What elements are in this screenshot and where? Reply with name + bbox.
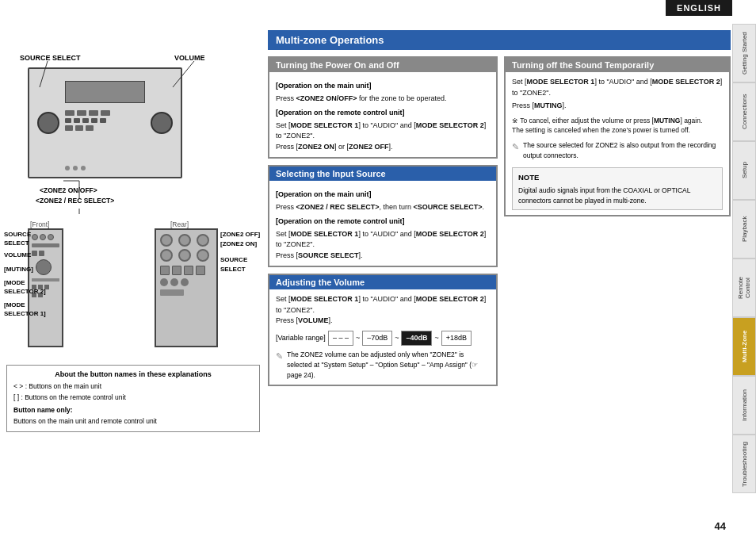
- volume-section-header: Adjusting the Volume: [269, 275, 496, 289]
- front-label: [Front]: [30, 220, 50, 228]
- zone2-rec-select-label: <ZONE2 / REC SELECT>: [36, 197, 114, 205]
- volume-note: ✎ The ZONE2 volume can be adjusted only …: [276, 350, 490, 380]
- note-content-box: NOTE Digital audio signals input from th…: [512, 167, 723, 211]
- power-main-unit-text: Press <ZONE2 ON/OFF> for the zone to be …: [276, 94, 490, 105]
- power-remote-label: [Operation on the remote control unit]: [276, 108, 490, 119]
- front-panel-diagram: [28, 67, 182, 178]
- main-content: Multi-zone Operations Turning the Power …: [262, 24, 737, 399]
- note-line-2: [ ] : Buttons on the remote control unit: [13, 393, 253, 404]
- input-remote-text: Set [MODE SELECTOR 1] to "AUDIO" and [MO…: [276, 229, 490, 262]
- zone2-on-label: [ZONE2 ON]: [220, 239, 260, 249]
- power-main-unit-label: [Operation on the main unit]: [276, 81, 490, 92]
- rear-right-labels: [ZONE2 OFF] [ZONE2 ON] SOURCESELECT: [220, 230, 260, 274]
- label-mode-selector-2: [MODESELECTOR 2]: [4, 278, 46, 296]
- note-box-title: About the button names in these explanat…: [13, 370, 253, 378]
- label-volume-side: VOLUME: [4, 251, 46, 259]
- range-70db: –70dB: [362, 331, 392, 347]
- turning-off-note: ✎ The source selected for ZONE2 is also …: [512, 140, 723, 161]
- rear-label: [Rear]: [170, 220, 189, 228]
- variable-range-label: [Variable range]: [276, 333, 326, 344]
- input-main-unit-label: [Operation on the main unit]: [276, 190, 490, 201]
- power-section: Turning the Power On and Off [Operation …: [268, 56, 498, 159]
- input-main-unit-text: Press <ZONE2 / REC SELECT>, then turn <S…: [276, 202, 490, 213]
- main-title: Multi-zone Operations: [268, 30, 731, 50]
- note-line-1: < > : Buttons on the main unit: [13, 381, 253, 393]
- pencil-icon: ✎: [276, 350, 283, 363]
- note-content-title: NOTE: [518, 172, 716, 183]
- turning-off-section: Turning off the Sound Temporarily Set [M…: [504, 56, 731, 216]
- page-number: 44: [715, 520, 726, 532]
- two-col-layout: Turning the Power On and Off [Operation …: [268, 56, 731, 393]
- power-remote-text: Set [MODE SELECTOR 1] to "AUDIO" and [MO…: [276, 121, 490, 153]
- power-section-content: [Operation on the main unit] Press <ZONE…: [269, 72, 496, 157]
- range-dashes: – – –: [328, 331, 353, 347]
- label-volume-top: VOLUME: [174, 54, 205, 62]
- range-arrow-1: ~: [356, 333, 360, 344]
- power-section-header: Turning the Power On and Off: [269, 58, 496, 72]
- turning-off-cancel: ※ To cancel, either adjust the volume or…: [512, 116, 723, 136]
- diagram-area: SOURCE SELECT VOLUME: [0, 24, 262, 468]
- volume-section-content: Set [MODE SELECTOR 1] to "AUDIO" and [MO…: [269, 289, 496, 385]
- source-select-rear-label: SOURCESELECT: [220, 255, 260, 274]
- variable-range: [Variable range] – – – ~ –70dB ~ –40dB ~…: [276, 331, 490, 347]
- volume-note-text: The ZONE2 volume can be adjusted only wh…: [287, 350, 490, 380]
- turning-off-note-text: The source selected for ZONE2 is also ou…: [523, 140, 723, 161]
- label-source-select-side: SOURCESELECT: [4, 230, 46, 247]
- right-column: Turning off the Sound Temporarily Set [M…: [504, 56, 731, 393]
- label-muting: [MUTING]: [4, 265, 46, 274]
- language-tab: ENGLISH: [666, 0, 732, 16]
- input-section-header: Selecting the Input Source: [269, 167, 496, 181]
- volume-section: Adjusting the Volume Set [MODE SELECTOR …: [268, 274, 498, 386]
- turning-off-header: Turning off the Sound Temporarily: [506, 58, 729, 72]
- note-content-text: Digital audio signals input from the COA…: [518, 186, 716, 206]
- volume-knob: [151, 112, 173, 134]
- note-line-4: Buttons on the main unit and remote cont…: [13, 416, 253, 427]
- range-arrow-2: ~: [395, 333, 399, 344]
- side-labels: SOURCESELECT VOLUME [MUTING] [MODESELECT…: [4, 230, 46, 319]
- zone2-off-label: [ZONE2 OFF]: [220, 230, 260, 239]
- label-mode-selector-1: [MODESELECTOR 1]: [4, 301, 46, 318]
- sidebar-tab-troubleshooting[interactable]: Troubleshooting: [732, 435, 756, 493]
- zone2-on-off-label: <ZONE2 ON/OFF>: [40, 186, 97, 194]
- source-select-knob: [37, 112, 59, 134]
- input-section: Selecting the Input Source [Operation on…: [268, 165, 498, 267]
- turning-off-content: Set [MODE SELECTOR 1] to "AUDIO" and [MO…: [506, 72, 729, 215]
- range-18db: +18dB: [441, 331, 472, 347]
- note-box: About the button names in these explanat…: [6, 365, 260, 432]
- turning-off-text1: Set [MODE SELECTOR 1] to "AUDIO" and [MO…: [512, 77, 723, 98]
- range-arrow-3: ~: [434, 333, 438, 344]
- rear-panel: [155, 228, 218, 347]
- pencil-icon-2: ✎: [512, 140, 519, 154]
- label-source-select: SOURCE SELECT: [20, 54, 81, 62]
- input-remote-label: [Operation on the remote control unit]: [276, 216, 490, 228]
- input-section-content: [Operation on the main unit] Press <ZONE…: [269, 181, 496, 266]
- display: [65, 81, 145, 103]
- volume-remote-text: Set [MODE SELECTOR 1] to "AUDIO" and [MO…: [276, 294, 490, 327]
- turning-off-text2: Press [MUTING].: [512, 101, 723, 112]
- note-line-3: Button name only:: [13, 405, 253, 416]
- range-40db: –40dB: [401, 331, 432, 347]
- note-box-content: < > : Buttons on the main unit [ ] : But…: [13, 381, 253, 427]
- left-column: Turning the Power On and Off [Operation …: [268, 56, 498, 393]
